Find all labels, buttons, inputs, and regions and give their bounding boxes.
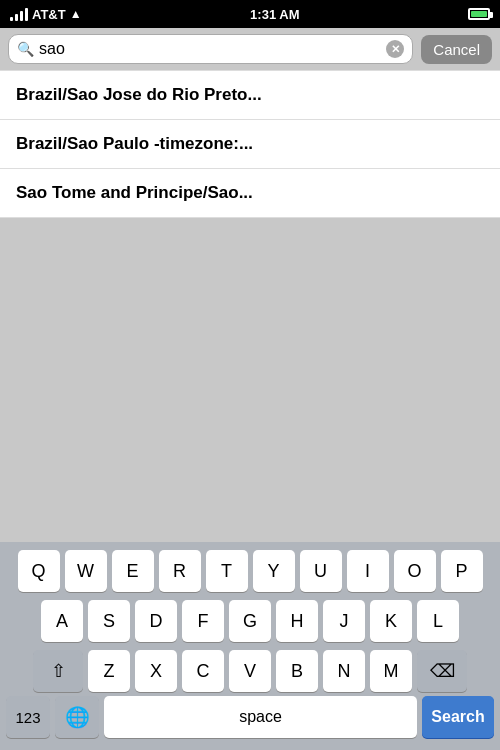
key-s[interactable]: S xyxy=(88,600,130,642)
keyboard: Q W E R T Y U I O P A S D F G H J K L ⇧ … xyxy=(0,542,500,750)
backspace-key[interactable]: ⌫ xyxy=(417,650,467,692)
numbers-key[interactable]: 123 xyxy=(6,696,50,738)
clear-button[interactable]: ✕ xyxy=(386,40,404,58)
search-bar: 🔍 ✕ Cancel xyxy=(0,28,500,70)
signal-bars-icon xyxy=(10,7,28,21)
key-u[interactable]: U xyxy=(300,550,342,592)
shift-key[interactable]: ⇧ xyxy=(33,650,83,692)
key-x[interactable]: X xyxy=(135,650,177,692)
key-l[interactable]: L xyxy=(417,600,459,642)
battery-icon xyxy=(468,8,490,20)
key-h[interactable]: H xyxy=(276,600,318,642)
result-item[interactable]: Sao Tome and Principe/Sao... xyxy=(0,169,500,218)
key-b[interactable]: B xyxy=(276,650,318,692)
status-left: AT&T ▲ xyxy=(10,7,82,22)
key-row-3: ⇧ Z X C V B N M ⌫ xyxy=(3,650,497,692)
key-y[interactable]: Y xyxy=(253,550,295,592)
key-e[interactable]: E xyxy=(112,550,154,592)
key-t[interactable]: T xyxy=(206,550,248,592)
result-item[interactable]: Brazil/Sao Paulo -timezone:... xyxy=(0,120,500,169)
status-time: 1:31 AM xyxy=(250,7,299,22)
search-input-wrapper: 🔍 ✕ xyxy=(8,34,413,64)
result-item[interactable]: Brazil/Sao Jose do Rio Preto... xyxy=(0,70,500,120)
search-icon: 🔍 xyxy=(17,41,34,57)
key-a[interactable]: A xyxy=(41,600,83,642)
key-c[interactable]: C xyxy=(182,650,224,692)
globe-key[interactable]: 🌐 xyxy=(55,696,99,738)
key-k[interactable]: K xyxy=(370,600,412,642)
status-bar: AT&T ▲ 1:31 AM xyxy=(0,0,500,28)
keyboard-rows: Q W E R T Y U I O P A S D F G H J K L ⇧ … xyxy=(3,550,497,692)
key-d[interactable]: D xyxy=(135,600,177,642)
search-input[interactable] xyxy=(39,40,386,58)
key-p[interactable]: P xyxy=(441,550,483,592)
key-w[interactable]: W xyxy=(65,550,107,592)
cancel-button[interactable]: Cancel xyxy=(421,35,492,64)
key-f[interactable]: F xyxy=(182,600,224,642)
carrier-label: AT&T xyxy=(32,7,66,22)
key-n[interactable]: N xyxy=(323,650,365,692)
wifi-icon: ▲ xyxy=(70,7,82,21)
key-o[interactable]: O xyxy=(394,550,436,592)
key-j[interactable]: J xyxy=(323,600,365,642)
results-list: Brazil/Sao Jose do Rio Preto... Brazil/S… xyxy=(0,70,500,218)
key-q[interactable]: Q xyxy=(18,550,60,592)
divider xyxy=(0,218,500,542)
key-i[interactable]: I xyxy=(347,550,389,592)
key-row-1: Q W E R T Y U I O P xyxy=(3,550,497,592)
search-key[interactable]: Search xyxy=(422,696,494,738)
key-g[interactable]: G xyxy=(229,600,271,642)
key-v[interactable]: V xyxy=(229,650,271,692)
status-right xyxy=(468,8,490,20)
key-z[interactable]: Z xyxy=(88,650,130,692)
key-row-2: A S D F G H J K L xyxy=(3,600,497,642)
keyboard-bottom-row: 123 🌐 space Search xyxy=(3,692,497,746)
space-key[interactable]: space xyxy=(104,696,417,738)
key-r[interactable]: R xyxy=(159,550,201,592)
key-m[interactable]: M xyxy=(370,650,412,692)
